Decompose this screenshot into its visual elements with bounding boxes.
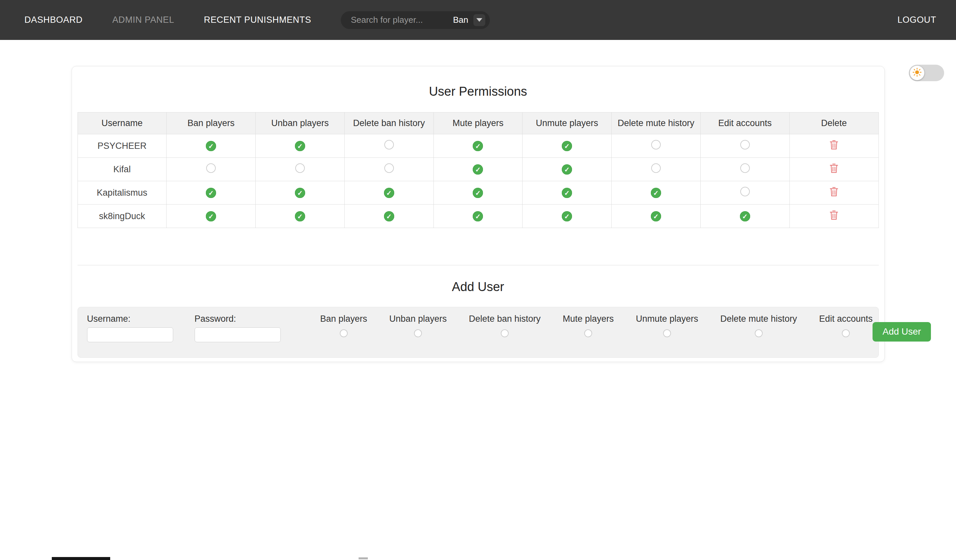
permission-denied-icon[interactable] bbox=[295, 164, 305, 173]
permission-granted-icon[interactable]: ✓ bbox=[562, 211, 572, 222]
nav-item-admin-panel[interactable]: ADMIN PANEL bbox=[112, 15, 174, 25]
column-header: Delete mute history bbox=[612, 113, 701, 134]
permission-cell: ✓ bbox=[167, 204, 256, 228]
password-label: Password: bbox=[195, 314, 281, 324]
theme-toggle[interactable] bbox=[909, 64, 944, 81]
add-user-permission-option: Edit accounts bbox=[819, 314, 873, 337]
column-header: Unmute players bbox=[522, 113, 612, 134]
search-input[interactable] bbox=[351, 15, 450, 25]
table-row: Kapitalismus✓✓✓✓✓✓ bbox=[77, 181, 879, 204]
trash-icon[interactable] bbox=[829, 186, 839, 197]
permission-granted-icon[interactable]: ✓ bbox=[651, 188, 661, 198]
permission-granted-icon[interactable]: ✓ bbox=[562, 141, 572, 151]
permission-denied-icon[interactable] bbox=[384, 164, 394, 173]
permission-checkbox[interactable] bbox=[501, 329, 509, 337]
theme-toggle-knob bbox=[910, 66, 925, 80]
nav-item-recent-punishments[interactable]: RECENT PUNISHMENTS bbox=[204, 15, 311, 25]
permission-granted-icon[interactable]: ✓ bbox=[651, 211, 661, 222]
main-content: User Permissions UsernameBan playersUnba… bbox=[0, 66, 956, 362]
bottom-bar-fragment bbox=[52, 557, 110, 560]
permission-cell: ✓ bbox=[522, 134, 612, 158]
chevron-down-icon[interactable] bbox=[473, 14, 485, 26]
add-user-permission-option: Unban players bbox=[389, 314, 447, 337]
logout-button[interactable]: LOGOUT bbox=[897, 15, 936, 25]
permission-denied-icon[interactable] bbox=[651, 140, 661, 149]
username-field-group: Username: bbox=[87, 314, 173, 342]
permission-label: Delete mute history bbox=[720, 314, 797, 324]
permission-granted-icon[interactable]: ✓ bbox=[295, 141, 305, 151]
permission-checkbox[interactable] bbox=[755, 329, 763, 337]
permission-granted-icon[interactable]: ✓ bbox=[384, 188, 394, 198]
user-permissions-card: User Permissions UsernameBan playersUnba… bbox=[72, 66, 885, 362]
permission-cell: ✓ bbox=[434, 134, 522, 158]
column-header: Edit accounts bbox=[700, 113, 789, 134]
permission-cell: ✓ bbox=[256, 204, 345, 228]
permission-granted-icon[interactable]: ✓ bbox=[473, 164, 483, 175]
permission-cell: ✓ bbox=[612, 181, 701, 204]
add-user-button[interactable]: Add User bbox=[873, 322, 931, 341]
permission-granted-icon[interactable]: ✓ bbox=[206, 211, 216, 222]
permission-granted-icon[interactable]: ✓ bbox=[473, 188, 483, 198]
permission-granted-icon[interactable]: ✓ bbox=[206, 141, 216, 151]
permission-cell: ✓ bbox=[167, 181, 256, 204]
permission-cell: ✓ bbox=[434, 181, 522, 204]
permission-cell: ✓ bbox=[256, 134, 345, 158]
permission-granted-icon[interactable]: ✓ bbox=[384, 211, 394, 222]
permission-cell bbox=[700, 181, 789, 204]
nav-item-dashboard[interactable]: DASHBOARD bbox=[24, 15, 82, 25]
section-divider bbox=[77, 265, 879, 265]
sun-icon bbox=[912, 68, 922, 78]
permission-cell: ✓ bbox=[612, 204, 701, 228]
username-cell: Kapitalismus bbox=[77, 181, 167, 204]
permission-cell bbox=[612, 158, 701, 181]
table-row: Kifal✓✓ bbox=[77, 158, 879, 181]
trash-icon[interactable] bbox=[829, 163, 839, 173]
permission-checkbox[interactable] bbox=[414, 329, 422, 337]
permission-label: Edit accounts bbox=[819, 314, 873, 324]
permission-cell: ✓ bbox=[344, 181, 434, 204]
permission-denied-icon[interactable] bbox=[740, 140, 750, 149]
add-user-title: Add User bbox=[77, 280, 879, 294]
permission-cell: ✓ bbox=[700, 204, 789, 228]
permission-cell: ✓ bbox=[522, 181, 612, 204]
permission-granted-icon[interactable]: ✓ bbox=[473, 141, 483, 151]
permission-cell bbox=[256, 158, 345, 181]
trash-icon[interactable] bbox=[829, 139, 839, 150]
permission-granted-icon[interactable]: ✓ bbox=[473, 211, 483, 222]
permission-granted-icon[interactable]: ✓ bbox=[562, 188, 572, 198]
permission-granted-icon[interactable]: ✓ bbox=[206, 188, 216, 198]
username-label: Username: bbox=[87, 314, 173, 324]
permission-denied-icon[interactable] bbox=[651, 164, 661, 173]
permission-checkbox[interactable] bbox=[842, 329, 850, 337]
permission-cell: ✓ bbox=[256, 181, 345, 204]
permission-cell: ✓ bbox=[434, 204, 522, 228]
permission-granted-icon[interactable]: ✓ bbox=[295, 211, 305, 222]
permission-label: Delete ban history bbox=[469, 314, 541, 324]
permission-checkbox[interactable] bbox=[663, 329, 671, 337]
permission-denied-icon[interactable] bbox=[740, 187, 750, 197]
table-row: PSYCHEER✓✓✓✓ bbox=[77, 134, 879, 158]
permission-checkbox[interactable] bbox=[340, 329, 348, 337]
delete-cell bbox=[789, 181, 879, 204]
add-user-panel: Username: Password: Ban playersUnban pla… bbox=[77, 307, 879, 358]
new-password-input[interactable] bbox=[195, 327, 281, 342]
table-row: sk8ingDuck✓✓✓✓✓✓✓ bbox=[77, 204, 879, 228]
trash-icon[interactable] bbox=[829, 209, 839, 220]
username-cell: sk8ingDuck bbox=[77, 204, 167, 228]
permission-cell bbox=[612, 134, 701, 158]
permission-granted-icon[interactable]: ✓ bbox=[295, 188, 305, 198]
table-header-row: UsernameBan playersUnban playersDelete b… bbox=[77, 113, 879, 134]
permission-denied-icon[interactable] bbox=[740, 164, 750, 173]
permission-cell bbox=[344, 134, 434, 158]
new-username-input[interactable] bbox=[87, 327, 173, 342]
permission-denied-icon[interactable] bbox=[206, 164, 216, 173]
search-filter-label[interactable]: Ban bbox=[453, 15, 468, 25]
permission-checkbox[interactable] bbox=[584, 329, 592, 337]
permission-granted-icon[interactable]: ✓ bbox=[562, 164, 572, 175]
permission-denied-icon[interactable] bbox=[384, 140, 394, 149]
permission-granted-icon[interactable]: ✓ bbox=[740, 211, 750, 222]
page-title: User Permissions bbox=[77, 85, 879, 99]
permission-label: Unban players bbox=[389, 314, 447, 324]
add-user-permission-option: Unmute players bbox=[636, 314, 698, 337]
column-header: Mute players bbox=[434, 113, 522, 134]
